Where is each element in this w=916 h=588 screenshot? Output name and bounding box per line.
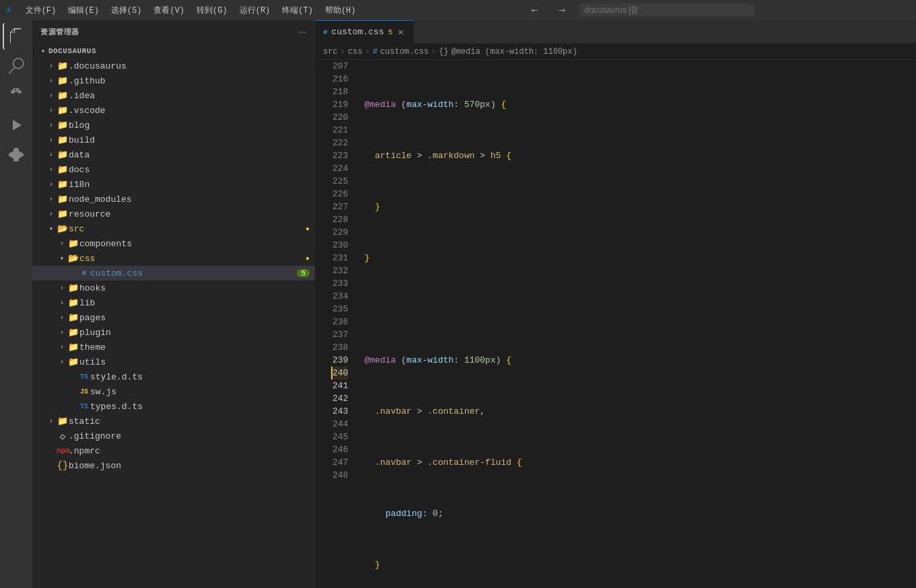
pages-arrow: › <box>57 314 67 322</box>
ln-226: 226 <box>331 188 348 200</box>
biome-json-label: biome.json <box>69 461 121 471</box>
menu-select[interactable]: 选择(S) <box>106 3 147 17</box>
ln-230: 230 <box>331 239 348 252</box>
nav-back-button[interactable]: ← <box>526 3 544 17</box>
ln-237: 237 <box>331 328 348 341</box>
tab-custom-css[interactable]: # custom.css 5 ✕ <box>315 20 414 44</box>
biome-json-icon: {} <box>57 460 69 471</box>
theme-label: theme <box>79 342 106 353</box>
tree-item-github[interactable]: › 📁 .github <box>32 73 315 88</box>
search-icon[interactable] <box>3 52 30 79</box>
sw-js-label: sw.js <box>90 387 116 397</box>
tree-item-lib[interactable]: › 📁 lib <box>32 295 315 310</box>
npmrc-label: .npmrc <box>69 446 100 456</box>
tree-item-utils[interactable]: › 📁 utils <box>32 355 315 369</box>
tree-item-gitignore[interactable]: › ◇ .gitignore <box>32 429 315 443</box>
activity-bar <box>0 20 32 588</box>
tree-item-custom-css[interactable]: › # custom.css 5 <box>32 266 315 281</box>
code-content[interactable]: @media (max-width: 570px) { article > .m… <box>359 60 916 588</box>
gitignore-icon: ◇ <box>57 431 69 442</box>
plugin-label: plugin <box>79 328 111 338</box>
breadcrumb-css: css <box>348 47 363 57</box>
hooks-label: hooks <box>79 283 106 293</box>
tree-item-types-dts[interactable]: › TS types.d.ts <box>32 399 315 414</box>
code-line-220 <box>364 303 916 316</box>
ln-248: 248 <box>331 469 348 482</box>
tree-item-node-modules[interactable]: › 📁 node_modules <box>32 192 315 207</box>
sidebar-more-button[interactable]: ··· <box>298 26 307 38</box>
tree-item-npmrc[interactable]: › npm .npmrc <box>32 443 315 458</box>
tree-item-build[interactable]: › 📁 build <box>32 133 315 147</box>
ln-244: 244 <box>331 418 348 431</box>
source-control-icon[interactable] <box>3 82 30 109</box>
tree-item-resource[interactable]: › 📁 resource <box>32 207 315 221</box>
blog-folder-icon: 📁 <box>57 120 69 131</box>
menu-file[interactable]: 文件(F) <box>20 3 62 17</box>
ln-222: 222 <box>331 137 348 149</box>
tree-item-blog[interactable]: › 📁 blog <box>32 118 315 133</box>
tree-item-style-dts[interactable]: › TS style.d.ts <box>32 369 315 384</box>
custom-css-icon: # <box>78 269 90 277</box>
tree-item-docusaurus[interactable]: › 📁 .docusaurus <box>32 59 315 73</box>
css-arrow: ▾ <box>57 254 67 262</box>
command-search-input[interactable] <box>579 3 754 17</box>
tree-item-static[interactable]: › 📁 static <box>32 414 315 429</box>
tree-root[interactable]: ▾ DOCUSAURUS <box>32 44 315 59</box>
menu-run[interactable]: 运行(R) <box>234 3 276 17</box>
pages-label: pages <box>79 313 106 323</box>
ln-229: 229 <box>331 226 348 239</box>
i18n-arrow: › <box>46 181 57 188</box>
menu-view[interactable]: 查看(V) <box>148 3 190 17</box>
types-dts-label: types.d.ts <box>90 402 143 412</box>
tree-item-theme[interactable]: › 📁 theme <box>32 340 315 355</box>
extensions-icon[interactable] <box>3 141 30 168</box>
tree-item-data[interactable]: › 📁 data <box>32 147 315 162</box>
media-keyword-207: @media <box>364 98 396 111</box>
components-label: components <box>79 239 132 249</box>
breadcrumb-hash-icon: # <box>373 47 378 57</box>
tree-item-idea[interactable]: › 📁 .idea <box>32 88 315 103</box>
tab-close-button[interactable]: ✕ <box>396 26 404 38</box>
resource-label: resource <box>69 209 110 219</box>
ln-241: 241 <box>331 379 348 392</box>
ln-218: 218 <box>331 85 348 98</box>
sidebar-header: 资源管理器 ··· <box>32 20 315 44</box>
run-debug-icon[interactable] <box>3 112 30 139</box>
build-label: build <box>69 135 95 145</box>
tree-item-sw-js[interactable]: › JS sw.js <box>32 384 315 399</box>
root-label: DOCUSAURUS <box>48 47 96 55</box>
blog-arrow: › <box>46 122 57 129</box>
menu-goto[interactable]: 转到(G) <box>191 3 233 17</box>
npmrc-icon: npm <box>57 447 69 455</box>
src-label: src <box>69 224 84 234</box>
data-label: data <box>69 150 90 160</box>
tree-item-pages[interactable]: › 📁 pages <box>32 310 315 325</box>
vscode-logo: ⚡ <box>5 3 12 17</box>
ln-245: 245 <box>331 431 348 443</box>
tree-item-docs[interactable]: › 📁 docs <box>32 162 315 177</box>
ln-227: 227 <box>331 200 348 213</box>
tree-item-i18n[interactable]: › 📁 i18n <box>32 177 315 192</box>
ln-234: 234 <box>331 290 348 303</box>
tree-item-components[interactable]: › 📁 components <box>32 236 315 251</box>
tree-item-src[interactable]: ▾ 📂 src ● <box>32 221 315 236</box>
menu-help[interactable]: 帮助(H) <box>320 3 361 17</box>
files-icon[interactable] <box>3 23 30 50</box>
code-editor[interactable]: 207 216 218 219 220 221 222 223 224 225 … <box>315 60 916 588</box>
hooks-folder-icon: 📁 <box>67 283 79 293</box>
menu-terminal[interactable]: 终端(T) <box>277 3 318 17</box>
tree-item-biome-json[interactable]: › {} biome.json <box>32 458 315 473</box>
tree-item-css[interactable]: ▾ 📂 css ● <box>32 251 315 266</box>
breadcrumb: src › css › # custom.css › {} @media (ma… <box>315 44 916 60</box>
tree-item-hooks[interactable]: › 📁 hooks <box>32 281 315 295</box>
tree-item-vscode[interactable]: › 📁 .vscode <box>32 103 315 118</box>
tree-item-plugin[interactable]: › 📁 plugin <box>32 325 315 340</box>
nav-forward-button[interactable]: → <box>553 3 571 17</box>
ln-238: 238 <box>331 341 348 354</box>
ln-233: 233 <box>331 277 348 290</box>
utils-arrow: › <box>57 359 67 366</box>
ln-220: 220 <box>331 111 348 124</box>
vscode-arrow: › <box>46 107 57 114</box>
ln-247: 247 <box>331 456 348 469</box>
menu-edit[interactable]: 编辑(E) <box>63 3 104 17</box>
